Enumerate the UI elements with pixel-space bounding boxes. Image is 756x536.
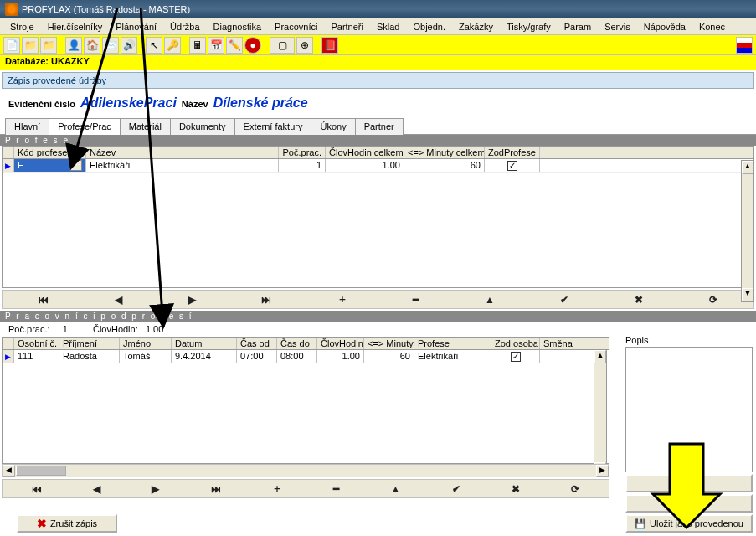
nav-last[interactable]: ⏭ <box>203 483 229 495</box>
pcell-zod[interactable]: ✓ <box>491 350 540 363</box>
menu-param[interactable]: Param <box>558 20 598 34</box>
toolbar-btn-14[interactable]: ▢ <box>270 37 295 54</box>
menu-tisky[interactable]: Tisky/grafy <box>500 20 558 34</box>
prac-vscroll[interactable]: ▲ ▼ <box>594 349 607 477</box>
pcell-do[interactable]: 08:00 <box>277 350 317 363</box>
pcell-prij[interactable]: Radosta <box>59 350 120 363</box>
profese-row[interactable]: ▶ E⋯ Elektrikáři 1 1.00 60 ✓ <box>3 159 753 173</box>
pcell-hod[interactable]: 1.00 <box>317 350 364 363</box>
cell-zod[interactable]: ✓ <box>485 159 540 172</box>
lookup-button[interactable]: ⋯ <box>70 160 82 171</box>
menu-hier[interactable]: Hier.číselníky <box>41 20 109 34</box>
menu-objedn[interactable]: Objedn. <box>406 20 452 34</box>
cell-poc[interactable]: 1 <box>279 159 326 172</box>
pcol-prof[interactable]: Profese <box>414 338 491 349</box>
tab-ukony[interactable]: Úkony <box>311 118 355 135</box>
toolbar-btn-7[interactable]: 🔊 <box>121 37 137 54</box>
nav-post[interactable]: ✔ <box>552 294 577 306</box>
cell-minuty[interactable]: 60 <box>404 159 485 172</box>
nav-prev[interactable]: ◀ <box>106 294 131 306</box>
nav-add[interactable]: ＋ <box>329 292 356 307</box>
pcol-prij[interactable]: Příjmení <box>59 338 120 349</box>
toolbar-btn-11[interactable]: 📅 <box>208 37 224 54</box>
prac-row[interactable]: ▶ 111 Radosta Tomáš 9.4.2014 07:00 08:00… <box>3 350 609 363</box>
nav-add[interactable]: ＋ <box>264 482 291 496</box>
menu-diag[interactable]: Diagnostika <box>207 20 268 34</box>
nav-last[interactable]: ⏭ <box>253 294 280 306</box>
nav-first[interactable]: ⏮ <box>23 483 50 495</box>
menu-servis[interactable]: Servis <box>598 20 637 34</box>
prac-grid[interactable]: Osobní č. Příjmení Jméno Datum Čas od Ča… <box>2 337 609 464</box>
pcol-datum[interactable]: Datum <box>172 338 237 349</box>
hscroll-right-icon[interactable]: ▶ <box>596 465 609 477</box>
pcol-min[interactable]: <=> Minuty <box>364 338 414 349</box>
pcol-od[interactable]: Čas od <box>237 338 277 349</box>
nav-cancel[interactable]: ✖ <box>626 294 651 306</box>
toolbar-btn-3[interactable]: 📁 <box>40 37 57 54</box>
cancel-button[interactable]: ✖ Zrušit zápis <box>17 514 117 533</box>
pcell-min[interactable]: 60 <box>364 350 414 363</box>
tab-faktury[interactable]: Externí faktury <box>234 118 312 135</box>
pcell-prof[interactable]: Elektrikáři <box>414 350 491 363</box>
menu-partn[interactable]: Partneři <box>324 20 370 34</box>
col-zod[interactable]: ZodProfese <box>485 147 540 158</box>
novy-button[interactable]: Nový <box>625 494 753 513</box>
scroll-down-icon[interactable]: ▼ <box>742 288 753 302</box>
tab-profese[interactable]: Profese/Prac <box>49 118 121 135</box>
cell-nazev[interactable]: Elektrikáři <box>86 159 279 172</box>
col-hodin[interactable]: ČlovHodin celkem <box>326 147 404 158</box>
toolbar-btn-1[interactable]: 📄 <box>3 37 20 54</box>
toolbar-btn-4[interactable]: 👤 <box>65 37 82 54</box>
toolbar-btn-13[interactable]: ● <box>244 37 261 54</box>
scroll-up-icon[interactable]: ▲ <box>594 350 606 363</box>
tab-hlavni[interactable]: Hlavní <box>5 118 49 135</box>
nav-cancel[interactable]: ✖ <box>503 483 528 495</box>
pcell-smena[interactable] <box>540 350 573 363</box>
nav-post[interactable]: ✔ <box>444 483 469 495</box>
toolbar-btn-15[interactable]: ⊕ <box>296 37 313 54</box>
tab-material[interactable]: Materiál <box>120 118 171 135</box>
pcol-jm[interactable]: Jméno <box>120 338 172 349</box>
menu-plan[interactable]: Plánování <box>109 20 163 34</box>
col-poc[interactable]: Poč.prac. <box>279 147 326 158</box>
prac-hscroll[interactable]: ◀ ▶ <box>2 464 609 477</box>
popis-textarea[interactable] <box>625 347 753 472</box>
tab-dokumenty[interactable]: Dokumenty <box>170 118 235 135</box>
nav-del[interactable]: ━ <box>404 294 427 306</box>
toolbar-btn-16[interactable]: 📕 <box>321 37 338 54</box>
nav-edit[interactable]: ▲ <box>382 483 409 495</box>
menu-napoveda[interactable]: Nápověda <box>637 20 692 34</box>
nav-prev[interactable]: ◀ <box>85 483 109 495</box>
cell-hodin[interactable]: 1.00 <box>326 159 404 172</box>
toolbar-btn-12[interactable]: ✏️ <box>226 37 243 54</box>
save-button[interactable]: 💾 Uložit jako provedenou <box>625 514 753 533</box>
pcell-datum[interactable]: 9.4.2014 <box>172 350 237 363</box>
nav-next[interactable]: ▶ <box>143 483 167 495</box>
hscroll-left-icon[interactable]: ◀ <box>3 465 15 477</box>
menu-prac[interactable]: Pracovníci <box>268 20 324 34</box>
profese-grid[interactable]: Kód profese Název Poč.prac. ČlovHodin ce… <box>2 146 754 288</box>
pcell-os[interactable]: 111 <box>14 350 59 363</box>
toolbar-btn-5[interactable]: 🏠 <box>84 37 100 54</box>
menu-sklad[interactable]: Sklad <box>370 20 407 34</box>
kopie-button[interactable]: Kopie <box>625 474 753 492</box>
toolbar-btn-6[interactable]: ✉️ <box>102 37 119 54</box>
menu-zakazky[interactable]: Zakázky <box>452 20 500 34</box>
menu-udrzba[interactable]: Údržba <box>163 20 206 34</box>
nav-next[interactable]: ▶ <box>180 294 204 306</box>
pcol-do[interactable]: Čas do <box>277 338 317 349</box>
nav-edit[interactable]: ▲ <box>476 294 503 306</box>
scroll-up-icon[interactable]: ▲ <box>742 161 753 174</box>
pcol-smena[interactable]: Směna <box>540 338 573 349</box>
toolbar-flag-icon[interactable] <box>736 37 753 54</box>
toolbar-btn-10[interactable]: 🖩 <box>189 37 206 54</box>
menu-stroje[interactable]: Stroje <box>3 20 41 34</box>
menu-konec[interactable]: Konec <box>692 20 732 34</box>
nav-refresh[interactable]: ⟳ <box>563 483 588 495</box>
pcol-zod[interactable]: Zod.osoba <box>491 338 540 349</box>
col-minuty[interactable]: <=> Minuty celkem <box>404 147 485 158</box>
toolbar-btn-9[interactable]: 🔑 <box>164 37 181 54</box>
col-nazev[interactable]: Název <box>86 147 279 158</box>
nav-refresh[interactable]: ⟳ <box>701 294 726 306</box>
tab-partner[interactable]: Partner <box>355 118 404 135</box>
